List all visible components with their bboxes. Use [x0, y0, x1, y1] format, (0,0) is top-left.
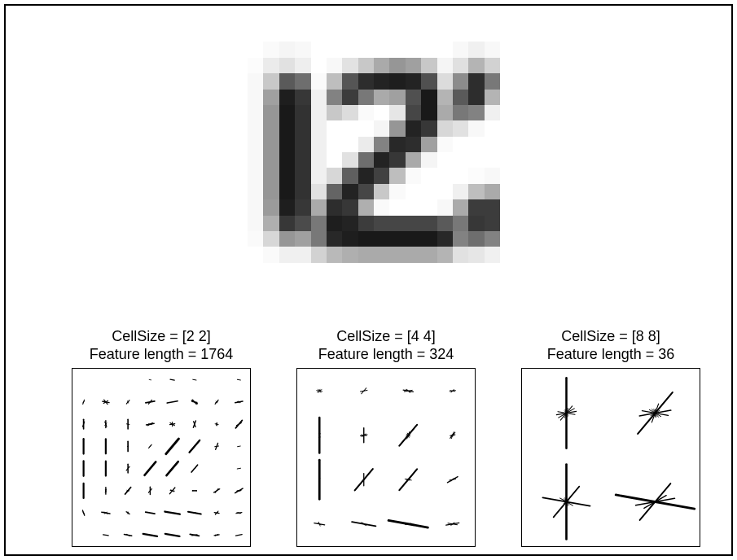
- svg-line-58: [238, 446, 241, 447]
- svg-line-3: [237, 379, 240, 380]
- svg-line-164: [450, 479, 456, 480]
- svg-line-34: [147, 423, 155, 425]
- svg-line-15: [167, 401, 178, 403]
- svg-line-100: [193, 513, 195, 514]
- hog-subplot-cellsize-4: CellSize = [4 4] Feature length = 324: [281, 327, 491, 547]
- svg-line-111: [165, 534, 180, 536]
- subplot-title-1: CellSize = [2 2] Feature length = 1764: [56, 327, 266, 363]
- hog-subplot-cellsize-2: CellSize = [2 2] Feature length = 1764: [56, 327, 266, 547]
- svg-line-98: [165, 512, 179, 514]
- svg-line-14: [146, 401, 155, 403]
- svg-line-117: [236, 535, 243, 536]
- svg-line-24: [235, 401, 243, 403]
- svg-line-152: [450, 435, 455, 435]
- svg-line-74: [127, 491, 129, 492]
- svg-line-63: [144, 462, 156, 475]
- svg-line-11: [127, 401, 129, 402]
- svg-line-57: [215, 446, 219, 447]
- svg-line-107: [103, 535, 109, 536]
- svg-line-64: [166, 462, 178, 475]
- svg-line-67: [237, 468, 240, 469]
- svg-line-5: [83, 401, 84, 402]
- subplot-title-3: CellSize = [8 8] Feature length = 36: [506, 327, 716, 363]
- svg-line-2: [193, 379, 196, 380]
- svg-line-55: [190, 440, 200, 453]
- svg-line-83: [214, 489, 220, 492]
- hog-subplot-cellsize-8: CellSize = [8 8] Feature length = 36: [506, 327, 716, 547]
- svg-line-110: [143, 534, 157, 536]
- svg-line-1: [170, 379, 174, 380]
- svg-line-53: [166, 439, 179, 454]
- digit-sample-image: [248, 26, 500, 278]
- svg-line-97: [146, 512, 155, 514]
- svg-line-38: [169, 424, 174, 425]
- subplot-title-2: CellSize = [4 4] Feature length = 324: [281, 327, 491, 363]
- svg-line-116: [214, 535, 219, 536]
- svg-line-146: [406, 435, 410, 435]
